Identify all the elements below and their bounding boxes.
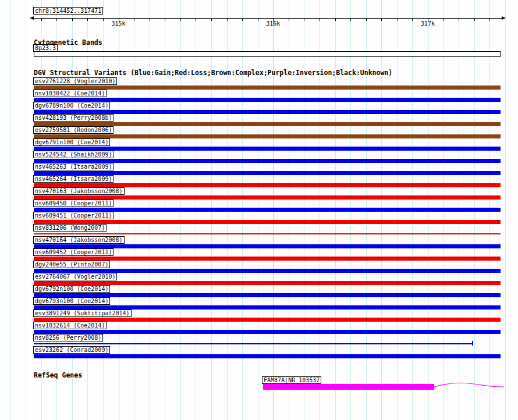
variant-label[interactable]: esv23262 (Conrad2009) <box>33 346 110 354</box>
ruler-tick-label: 316k <box>266 20 280 27</box>
variant-label[interactable]: dgv6792n100 (Coe2014) <box>33 285 110 293</box>
variant-label[interactable]: nsv609452 (Cooper2011) <box>33 248 113 256</box>
cytoband-label[interactable]: 8p23.3 <box>33 44 58 52</box>
ruler-left-arrow-icon <box>30 16 34 20</box>
variant-bar[interactable] <box>34 244 501 248</box>
variant-label[interactable]: esv3891249 (Suktitipat2014) <box>33 309 132 317</box>
variant-bar[interactable] <box>34 134 501 138</box>
ruler-tick <box>41 19 42 21</box>
variant-label[interactable]: dgv6791n100 (Coe2014) <box>33 138 110 146</box>
variant-bar[interactable] <box>34 330 501 334</box>
variant-bar[interactable] <box>34 171 501 175</box>
gridline <box>10 0 11 420</box>
ruler-tick <box>474 19 475 21</box>
variant-bar[interactable] <box>34 122 501 126</box>
variant-bar[interactable] <box>34 86 501 90</box>
ruler-tick-label: 317k <box>421 20 435 27</box>
ruler-tick <box>87 19 88 21</box>
variant-label[interactable]: esv2764067 (Vogler2010) <box>33 273 117 280</box>
ruler-tick <box>242 19 243 21</box>
variant-bar[interactable] <box>34 98 501 102</box>
variant-end-cap <box>472 341 473 346</box>
ruler-right-arrow-icon <box>502 16 506 20</box>
gene-tail-line <box>434 380 505 391</box>
ruler-tick <box>381 19 382 21</box>
variant-bar[interactable] <box>34 220 501 224</box>
ruler-tick <box>304 19 304 21</box>
refseq-title: RefSeq Genes <box>33 372 83 379</box>
variant-label[interactable]: nsv8256 (Perry2008) <box>33 334 103 341</box>
variant-label[interactable]: dgv240e55 (Pinto2007) <box>33 261 110 268</box>
variant-label[interactable]: nsv524542 (Shaikh2009) <box>33 151 113 158</box>
variant-bar[interactable] <box>34 305 501 309</box>
ruler-tick <box>335 19 336 21</box>
variant-label[interactable]: esv2759581 (Redon2006) <box>33 126 113 134</box>
variant-bar[interactable] <box>34 195 501 200</box>
ruler-tick <box>56 19 57 21</box>
ruler-tick <box>289 19 289 21</box>
variant-label[interactable]: nsv465263 (Itsara2009) <box>33 163 113 170</box>
variant-bar[interactable] <box>34 293 501 297</box>
variant-label[interactable]: nsv831206 (Wong2007) <box>33 224 107 232</box>
ruler-tick <box>150 19 150 21</box>
variant-bar[interactable] <box>34 183 501 187</box>
ruler-tick <box>443 19 444 21</box>
cytoband-glyph[interactable] <box>34 51 501 57</box>
variant-bar[interactable] <box>34 257 501 261</box>
genome-browser-panel: chr8:314452..317471 315k316k317k Cytogen… <box>0 0 518 420</box>
variant-label[interactable]: nsv609450 (Cooper2011) <box>33 200 113 207</box>
variant-label[interactable]: nsv470163 (Jakobsson2008) <box>33 187 125 195</box>
ruler-tick <box>180 19 181 21</box>
variant-bar[interactable] <box>34 159 501 163</box>
gene-exon-box[interactable] <box>263 384 434 390</box>
ruler-tick <box>366 19 367 21</box>
variant-bar[interactable] <box>34 269 501 273</box>
variant-label[interactable]: esv2761228 (Vogler2010) <box>33 77 117 85</box>
variant-label[interactable]: dgv6793n100 (Coe2014) <box>33 297 110 305</box>
ruler-tick <box>103 19 104 21</box>
ruler-tick <box>165 19 165 21</box>
variant-bar[interactable] <box>34 343 473 344</box>
ruler-tick <box>320 19 320 21</box>
ruler-tick <box>459 19 459 21</box>
variant-label[interactable]: dgv6789n100 (Coe2014) <box>33 102 110 109</box>
variant-label[interactable]: nsv465264 (Itsara2009) <box>33 175 113 183</box>
ruler-tick <box>134 19 134 21</box>
ruler-tick <box>489 19 490 21</box>
variant-label[interactable]: nsv609451 (Cooper2011) <box>33 212 113 219</box>
ruler-tick <box>412 19 413 21</box>
variant-bar[interactable] <box>34 208 501 212</box>
ruler-tick <box>397 19 398 21</box>
ruler-tick <box>350 19 351 21</box>
ruler-tick <box>211 19 212 21</box>
variant-label[interactable]: nsv1030422 (Coe2014) <box>33 90 107 97</box>
ruler-tick <box>227 19 228 21</box>
region-label: chr8:314452..317471 <box>33 7 103 15</box>
ruler-tick <box>72 19 73 21</box>
ruler-tick-label: 315k <box>112 20 126 27</box>
variant-label[interactable]: nsv470164 (Jakobsson2008) <box>33 236 125 244</box>
variant-bar[interactable] <box>34 354 501 358</box>
variant-bar[interactable] <box>34 318 501 322</box>
variant-bar[interactable] <box>34 233 501 234</box>
dgv-track-title: DGV Structural Variants (Blue:Gain;Red:L… <box>33 69 393 76</box>
ruler-tick <box>196 19 196 21</box>
variant-bar[interactable] <box>34 147 501 151</box>
variant-bar[interactable] <box>34 110 501 114</box>
ruler-tick <box>258 19 258 21</box>
gridline <box>505 0 506 420</box>
variant-label[interactable]: nsv1032614 (Coe2014) <box>33 322 107 329</box>
variant-bar[interactable] <box>34 281 501 285</box>
gene-label[interactable]: FAM87A|NR_103537 <box>262 376 321 384</box>
gridline <box>26 0 26 420</box>
variant-label[interactable]: nsv428193 (Perry2008b) <box>33 114 113 122</box>
